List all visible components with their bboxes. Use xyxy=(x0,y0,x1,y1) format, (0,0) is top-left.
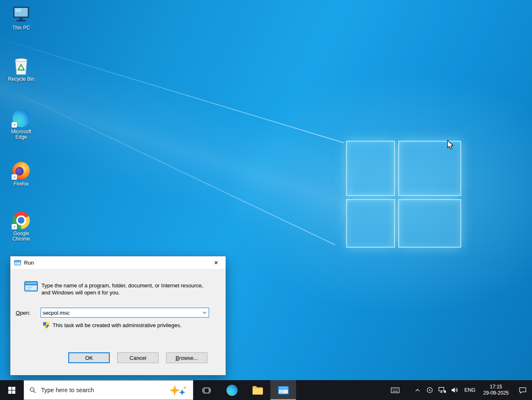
start-button[interactable] xyxy=(0,380,24,400)
desktop-icon-label: Microsoft Edge xyxy=(5,129,37,140)
volume-button[interactable] xyxy=(448,380,461,400)
desktop-icon-label: Google Chrome xyxy=(5,231,37,242)
run-dialog: Run ✕ Type the name of a program, folder… xyxy=(10,256,226,375)
desktop-icon-label: Firefox xyxy=(5,181,37,187)
system-tray: ENG 17:15 29-09-2025 xyxy=(387,380,532,400)
taskbar-run-button[interactable] xyxy=(270,380,296,400)
task-view-icon xyxy=(202,386,211,395)
taskbar-search[interactable] xyxy=(24,380,193,400)
tray-app-icon xyxy=(426,387,433,393)
light-beam-line xyxy=(0,35,344,143)
open-input[interactable] xyxy=(41,308,200,317)
show-hidden-icons-button[interactable] xyxy=(411,380,424,400)
search-input[interactable] xyxy=(41,387,140,393)
file-explorer-icon xyxy=(252,386,263,395)
desktop-icon-google-chrome[interactable]: ↗ Google Chrome xyxy=(5,211,37,242)
network-button[interactable] xyxy=(436,380,448,400)
clock-time: 17:15 xyxy=(490,384,502,390)
windows-logo-pane xyxy=(346,141,395,196)
microsoft-edge-icon xyxy=(226,385,238,396)
desktop-icon-label: Recycle Bin xyxy=(5,77,37,82)
screen: This PC Recycle Bin ↗ Microsoft Edge xyxy=(0,0,532,400)
touch-keyboard-button[interactable] xyxy=(387,380,403,400)
volume-icon xyxy=(451,387,459,393)
task-view-button[interactable] xyxy=(193,380,219,400)
windows-logo-pane xyxy=(346,199,395,248)
open-combobox[interactable] xyxy=(41,308,209,318)
shortcut-arrow-icon: ↗ xyxy=(12,224,17,229)
touch-keyboard-icon xyxy=(391,387,400,394)
open-label: Open: xyxy=(16,310,30,316)
uac-shield-icon xyxy=(43,322,49,329)
clock-date: 29-09-2025 xyxy=(483,390,508,396)
taskbar-file-explorer-button[interactable] xyxy=(245,380,270,400)
browse-button-label: Browse... xyxy=(166,355,207,361)
chevron-up-icon xyxy=(415,388,420,392)
shortcut-arrow-icon: ↗ xyxy=(12,174,17,180)
microsoft-edge-icon: ↗ xyxy=(11,109,31,128)
light-beam-line xyxy=(0,79,335,245)
windows-start-icon xyxy=(8,387,15,394)
clock[interactable]: 17:15 29-09-2025 xyxy=(479,380,513,400)
search-highlights-icon[interactable] xyxy=(167,385,188,398)
search-icon xyxy=(29,387,36,393)
dialog-title: Run xyxy=(24,260,34,266)
network-icon xyxy=(438,387,446,393)
admin-notice: This task will be created with administr… xyxy=(53,322,181,328)
tray-app-button[interactable] xyxy=(424,380,436,400)
windows-logo-wallpaper xyxy=(346,141,461,248)
windows-logo-pane xyxy=(398,141,461,196)
run-app-icon xyxy=(14,260,21,266)
this-pc-icon xyxy=(11,5,31,24)
desktop-icon-recycle-bin[interactable]: Recycle Bin xyxy=(5,56,37,82)
action-center-button[interactable] xyxy=(513,380,532,400)
desktop-icon-label: This PC xyxy=(5,25,37,31)
taskbar: ENG 17:15 29-09-2025 xyxy=(0,380,532,400)
windows-logo-pane xyxy=(398,199,461,248)
notification-icon xyxy=(519,387,527,394)
dialog-description: Type the name of a program, folder, docu… xyxy=(41,282,205,296)
firefox-icon: ↗ xyxy=(11,161,31,180)
shortcut-arrow-icon: ↗ xyxy=(12,122,17,128)
close-button[interactable]: ✕ xyxy=(207,256,226,269)
light-beam xyxy=(0,12,368,261)
run-app-icon-large xyxy=(24,280,38,292)
desktop-icon-microsoft-edge[interactable]: ↗ Microsoft Edge xyxy=(5,109,37,140)
combobox-dropdown-icon[interactable] xyxy=(200,308,209,317)
cancel-button[interactable]: Cancel xyxy=(117,352,159,363)
language-indicator[interactable]: ENG xyxy=(461,380,479,400)
run-dialog-titlebar[interactable]: Run ✕ xyxy=(10,256,226,269)
desktop-icon-firefox[interactable]: ↗ Firefox xyxy=(5,161,37,187)
recycle-bin-icon xyxy=(11,56,31,75)
ok-button[interactable]: OK xyxy=(68,352,110,363)
google-chrome-icon: ↗ xyxy=(11,211,31,230)
run-app-icon xyxy=(278,386,289,395)
taskbar-edge-button[interactable] xyxy=(219,380,245,400)
desktop[interactable]: This PC Recycle Bin ↗ Microsoft Edge xyxy=(0,0,532,380)
desktop-icon-this-pc[interactable]: This PC xyxy=(5,5,37,31)
browse-button[interactable]: Browse... xyxy=(166,352,207,363)
